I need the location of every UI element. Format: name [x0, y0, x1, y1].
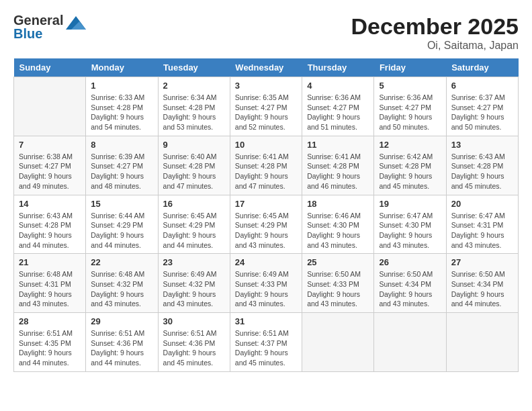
calendar-cell: 15Sunrise: 6:44 AMSunset: 4:29 PMDayligh… — [86, 195, 158, 254]
day-info: Sunrise: 6:43 AMSunset: 4:28 PMDaylight:… — [451, 152, 513, 191]
day-number: 28 — [19, 316, 81, 326]
sunset-text: Sunset: 4:29 PM — [235, 220, 297, 230]
calendar-cell: 29Sunrise: 6:51 AMSunset: 4:36 PMDayligh… — [86, 313, 158, 372]
sunset-text: Sunset: 4:27 PM — [307, 103, 369, 113]
sunrise-text: Sunrise: 6:41 AM — [235, 152, 297, 162]
sunrise-text: Sunrise: 6:36 AM — [379, 93, 441, 103]
calendar-cell: 28Sunrise: 6:51 AMSunset: 4:35 PMDayligh… — [14, 313, 86, 372]
daylight-text: Daylight: 9 hours and 43 minutes. — [235, 230, 297, 250]
sunrise-text: Sunrise: 6:33 AM — [91, 93, 152, 103]
sunrise-text: Sunrise: 6:41 AM — [307, 152, 369, 162]
title-block: December 2025 Oi, Saitama, Japan — [351, 13, 519, 52]
sunrise-text: Sunrise: 6:51 AM — [163, 328, 225, 338]
day-number: 16 — [163, 199, 225, 209]
sunrise-text: Sunrise: 6:42 AM — [379, 152, 441, 162]
daylight-text: Daylight: 9 hours and 50 minutes. — [451, 112, 513, 132]
daylight-text: Daylight: 9 hours and 50 minutes. — [379, 112, 441, 132]
day-number: 14 — [19, 199, 81, 209]
day-number: 19 — [379, 199, 441, 209]
day-number: 12 — [379, 140, 441, 150]
day-number: 6 — [451, 81, 513, 91]
sunset-text: Sunset: 4:33 PM — [235, 279, 297, 289]
calendar-cell: 7Sunrise: 6:38 AMSunset: 4:27 PMDaylight… — [14, 136, 86, 195]
day-number: 29 — [91, 316, 152, 326]
calendar-cell: 5Sunrise: 6:36 AMSunset: 4:27 PMDaylight… — [374, 77, 446, 136]
calendar-cell: 20Sunrise: 6:47 AMSunset: 4:31 PMDayligh… — [446, 195, 518, 254]
calendar-cell: 19Sunrise: 6:47 AMSunset: 4:30 PMDayligh… — [374, 195, 446, 254]
day-number: 21 — [19, 257, 81, 267]
sunset-text: Sunset: 4:29 PM — [91, 220, 152, 230]
day-number: 1 — [91, 81, 152, 91]
calendar-cell — [302, 313, 374, 372]
sunrise-text: Sunrise: 6:50 AM — [307, 269, 369, 279]
calendar-cell: 12Sunrise: 6:42 AMSunset: 4:28 PMDayligh… — [374, 136, 446, 195]
page-subtitle: Oi, Saitama, Japan — [351, 40, 519, 52]
sunset-text: Sunset: 4:28 PM — [19, 220, 81, 230]
daylight-text: Daylight: 9 hours and 47 minutes. — [163, 171, 225, 191]
day-info: Sunrise: 6:46 AMSunset: 4:30 PMDaylight:… — [307, 211, 369, 250]
sunset-text: Sunset: 4:28 PM — [163, 103, 225, 113]
calendar-cell — [14, 77, 86, 136]
sunrise-text: Sunrise: 6:51 AM — [235, 328, 297, 338]
calendar-cell: 22Sunrise: 6:48 AMSunset: 4:32 PMDayligh… — [86, 254, 158, 313]
sunset-text: Sunset: 4:30 PM — [307, 220, 369, 230]
day-info: Sunrise: 6:50 AMSunset: 4:34 PMDaylight:… — [379, 269, 441, 309]
sunset-text: Sunset: 4:28 PM — [307, 161, 369, 171]
calendar-cell: 11Sunrise: 6:41 AMSunset: 4:28 PMDayligh… — [302, 136, 374, 195]
day-number: 11 — [307, 140, 369, 150]
calendar-cell: 6Sunrise: 6:37 AMSunset: 4:27 PMDaylight… — [446, 77, 518, 136]
sunset-text: Sunset: 4:36 PM — [91, 338, 152, 349]
sunrise-text: Sunrise: 6:38 AM — [19, 152, 81, 162]
sunset-text: Sunset: 4:31 PM — [451, 220, 513, 230]
column-header-friday: Friday — [374, 58, 446, 77]
logo-blue-text: Blue — [13, 27, 63, 40]
daylight-text: Daylight: 9 hours and 43 minutes. — [379, 230, 441, 250]
daylight-text: Daylight: 9 hours and 49 minutes. — [19, 171, 81, 191]
column-header-wednesday: Wednesday — [230, 58, 302, 77]
day-info: Sunrise: 6:38 AMSunset: 4:27 PMDaylight:… — [19, 152, 81, 191]
calendar-cell: 23Sunrise: 6:49 AMSunset: 4:32 PMDayligh… — [158, 254, 230, 313]
daylight-text: Daylight: 9 hours and 53 minutes. — [163, 112, 225, 132]
day-number: 8 — [91, 140, 152, 150]
calendar-week-row: 7Sunrise: 6:38 AMSunset: 4:27 PMDaylight… — [14, 136, 519, 195]
calendar-cell: 3Sunrise: 6:35 AMSunset: 4:27 PMDaylight… — [230, 77, 302, 136]
calendar-cell: 27Sunrise: 6:50 AMSunset: 4:34 PMDayligh… — [446, 254, 518, 313]
sunset-text: Sunset: 4:27 PM — [379, 103, 441, 113]
sunset-text: Sunset: 4:31 PM — [19, 279, 81, 289]
day-number: 13 — [451, 140, 513, 150]
sunrise-text: Sunrise: 6:51 AM — [19, 328, 81, 338]
sunset-text: Sunset: 4:27 PM — [91, 161, 152, 171]
sunrise-text: Sunrise: 6:45 AM — [163, 211, 225, 221]
calendar-cell: 24Sunrise: 6:49 AMSunset: 4:33 PMDayligh… — [230, 254, 302, 313]
calendar-week-row: 1Sunrise: 6:33 AMSunset: 4:28 PMDaylight… — [14, 77, 519, 136]
sunset-text: Sunset: 4:28 PM — [379, 161, 441, 171]
day-info: Sunrise: 6:51 AMSunset: 4:36 PMDaylight:… — [91, 328, 152, 368]
day-info: Sunrise: 6:33 AMSunset: 4:28 PMDaylight:… — [91, 93, 152, 132]
daylight-text: Daylight: 9 hours and 44 minutes. — [19, 348, 81, 367]
sunset-text: Sunset: 4:30 PM — [379, 220, 441, 230]
calendar-cell: 25Sunrise: 6:50 AMSunset: 4:33 PMDayligh… — [302, 254, 374, 313]
calendar-cell: 30Sunrise: 6:51 AMSunset: 4:36 PMDayligh… — [158, 313, 230, 372]
sunset-text: Sunset: 4:36 PM — [163, 338, 225, 349]
day-number: 23 — [163, 257, 225, 267]
day-info: Sunrise: 6:39 AMSunset: 4:27 PMDaylight:… — [91, 152, 152, 191]
calendar-cell: 18Sunrise: 6:46 AMSunset: 4:30 PMDayligh… — [302, 195, 374, 254]
daylight-text: Daylight: 9 hours and 43 minutes. — [307, 230, 369, 250]
calendar-cell: 21Sunrise: 6:48 AMSunset: 4:31 PMDayligh… — [14, 254, 86, 313]
calendar-week-row: 21Sunrise: 6:48 AMSunset: 4:31 PMDayligh… — [14, 254, 519, 313]
day-number: 26 — [379, 257, 441, 267]
day-info: Sunrise: 6:48 AMSunset: 4:32 PMDaylight:… — [91, 269, 152, 309]
daylight-text: Daylight: 9 hours and 43 minutes. — [19, 289, 81, 309]
day-number: 7 — [19, 140, 81, 150]
day-number: 5 — [379, 81, 441, 91]
sunset-text: Sunset: 4:35 PM — [19, 338, 81, 349]
sunrise-text: Sunrise: 6:39 AM — [91, 152, 152, 162]
day-number: 20 — [451, 199, 513, 209]
sunset-text: Sunset: 4:32 PM — [163, 279, 225, 289]
sunrise-text: Sunrise: 6:50 AM — [379, 269, 441, 279]
calendar-cell: 16Sunrise: 6:45 AMSunset: 4:29 PMDayligh… — [158, 195, 230, 254]
sunrise-text: Sunrise: 6:43 AM — [19, 211, 81, 221]
sunrise-text: Sunrise: 6:51 AM — [91, 328, 152, 338]
calendar-week-row: 14Sunrise: 6:43 AMSunset: 4:28 PMDayligh… — [14, 195, 519, 254]
sunrise-text: Sunrise: 6:48 AM — [19, 269, 81, 279]
